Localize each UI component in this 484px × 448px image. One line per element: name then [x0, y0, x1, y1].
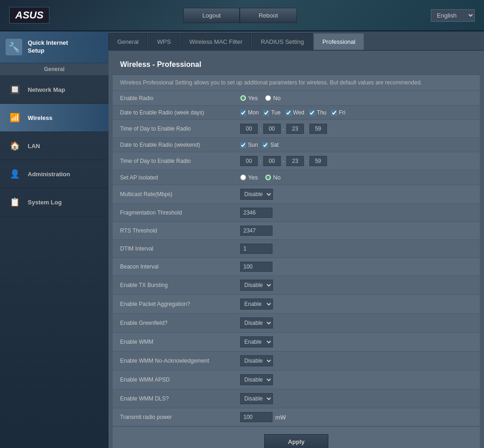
row-time-weekend: Time of Day to Enable Radio : - :: [113, 152, 480, 170]
select-enable-wmm[interactable]: DisableEnable: [240, 336, 273, 347]
checkbox-thu[interactable]: Thu: [309, 109, 327, 116]
tab-wireless-mac-filter[interactable]: Wireless MAC Filter: [181, 33, 251, 50]
time-sep-3: :: [306, 125, 308, 132]
radio-input-no[interactable]: [265, 95, 271, 101]
header-buttons: Logout Reboot: [148, 8, 333, 23]
row-set-ap-isolated: Set AP Isolated Yes No: [113, 170, 480, 185]
logout-button[interactable]: Logout: [183, 8, 240, 23]
radio-no-enable-radio[interactable]: No: [265, 95, 281, 102]
select-enable-wmm-apsd[interactable]: DisableEnable: [240, 374, 273, 385]
content-inner: Wireless - Professional Wireless Profess…: [112, 54, 480, 448]
value-time-weekdays: : - :: [233, 120, 480, 138]
time-to-mm-weekdays[interactable]: [309, 124, 327, 134]
reboot-button[interactable]: Reboot: [240, 8, 297, 23]
select-enable-greenfield[interactable]: DisableEnable: [240, 317, 273, 329]
input-rts-threshold[interactable]: [240, 226, 272, 236]
time-group-weekend: : - :: [240, 156, 472, 166]
value-enable-radio: Yes No: [233, 91, 480, 106]
row-enable-greenfield: Enable Greenfield? DisableEnable: [113, 314, 480, 333]
sidebar-item-network-map[interactable]: 🔲 Network Map: [0, 76, 109, 104]
checkbox-tue[interactable]: Tue: [263, 109, 280, 116]
sidebar-item-wireless[interactable]: 📶 Wireless: [0, 104, 109, 132]
select-enable-packet-aggregation[interactable]: DisableEnable: [240, 299, 273, 310]
input-dtim-interval[interactable]: [240, 244, 272, 254]
value-enable-wmm: DisableEnable: [233, 333, 480, 352]
language-select[interactable]: English Chinese Japanese German: [431, 9, 475, 22]
label-fragmentation-threshold: Fragmentation Threshold: [113, 204, 233, 222]
wireless-icon: 📶: [7, 110, 22, 125]
time-sep-4: :: [260, 158, 261, 165]
sidebar-item-administration[interactable]: 👤 Administration: [0, 160, 109, 188]
checkbox-wed[interactable]: Wed: [285, 109, 304, 116]
radio-yes-ap-isolated[interactable]: Yes: [240, 174, 258, 181]
sidebar-label-network-map: Network Map: [28, 86, 65, 93]
row-transmit-radio-power: Transmit radio power mW: [113, 408, 480, 426]
time-sep-1: :: [260, 125, 261, 132]
row-enable-tx-bursting: Enable TX Bursting DisableEnable: [113, 276, 480, 295]
select-enable-wmm-dls[interactable]: DisableEnable: [240, 393, 273, 404]
time-to-hh-weekdays[interactable]: [286, 124, 304, 134]
checkbox-sat[interactable]: Sat: [262, 142, 278, 148]
quick-setup-label: Quick InternetSetup: [28, 39, 68, 55]
value-enable-packet-aggregation: DisableEnable: [233, 295, 480, 314]
checkbox-weekend: Sun Sat: [240, 142, 472, 148]
checkbox-fri[interactable]: Fri: [331, 109, 345, 116]
value-enable-wmm-dls: DisableEnable: [233, 389, 480, 408]
quick-setup-button[interactable]: 🔧 Quick InternetSetup: [0, 31, 109, 63]
tab-radius-setting[interactable]: RADIUS Setting: [252, 33, 313, 50]
label-set-ap-isolated: Set AP Isolated: [113, 170, 233, 185]
radio-ap-no[interactable]: [265, 174, 271, 180]
network-map-icon: 🔲: [7, 82, 22, 97]
apply-row: Apply: [113, 426, 480, 448]
label-enable-wmm-no-ack: Enable WMM No-Acknowledgement: [113, 352, 233, 370]
tab-wps[interactable]: WPS: [148, 33, 180, 50]
checkbox-mon[interactable]: Mon: [240, 109, 259, 116]
apply-button[interactable]: Apply: [264, 434, 328, 448]
radio-input-yes[interactable]: [240, 95, 246, 101]
time-from-hh-weekdays[interactable]: [240, 124, 258, 134]
label-date-weekdays: Date to Enable Radio (week days): [113, 106, 233, 120]
power-group: mW: [240, 412, 472, 422]
sidebar-label-system-log: System Log: [28, 199, 62, 206]
time-to-mm-weekend[interactable]: [309, 156, 327, 166]
sidebar-label-administration: Administration: [28, 171, 70, 178]
time-from-mm-weekdays[interactable]: [263, 124, 281, 134]
tab-professional[interactable]: Professional: [314, 33, 364, 50]
header: ASUS Logout Reboot English Chinese Japan…: [0, 0, 484, 31]
select-enable-wmm-no-ack[interactable]: DisableEnable: [240, 355, 273, 366]
time-sep-6: :: [306, 158, 308, 165]
select-enable-tx-bursting[interactable]: DisableEnable: [240, 280, 273, 291]
logo: ASUS: [9, 7, 49, 24]
radio-group-ap-isolated: Yes No: [240, 174, 472, 181]
label-enable-wmm-apsd: Enable WMM APSD: [113, 370, 233, 389]
value-fragmentation-threshold: [233, 204, 480, 222]
time-from-mm-weekend[interactable]: [263, 156, 281, 166]
input-fragmentation-threshold[interactable]: [240, 208, 272, 218]
value-date-weekdays: Mon Tue Wed Thu Fri: [233, 106, 480, 120]
time-sep-2: -: [283, 125, 284, 132]
row-date-weekend: Date to Enable Radio (weekend) Sun Sat: [113, 138, 480, 152]
checkbox-sun[interactable]: Sun: [240, 142, 258, 148]
value-set-ap-isolated: Yes No: [233, 170, 480, 185]
row-enable-wmm: Enable WMM DisableEnable: [113, 333, 480, 352]
select-multicast-rate[interactable]: Disable 125.5 6911 121824 364854: [240, 189, 273, 200]
input-beacon-interval[interactable]: [240, 262, 272, 272]
row-enable-wmm-apsd: Enable WMM APSD DisableEnable: [113, 370, 480, 389]
administration-icon: 👤: [7, 167, 22, 181]
input-transmit-radio-power[interactable]: [240, 412, 272, 422]
content-area: General WPS Wireless MAC Filter RADIUS S…: [109, 31, 484, 448]
value-enable-wmm-apsd: DisableEnable: [233, 370, 480, 389]
tab-general[interactable]: General: [109, 33, 147, 50]
radio-no-ap-isolated[interactable]: No: [265, 174, 281, 181]
system-log-icon: 📋: [7, 195, 22, 209]
label-enable-radio: Enable Radio: [113, 91, 233, 106]
radio-ap-yes[interactable]: [240, 174, 246, 180]
power-unit: mW: [275, 414, 286, 421]
time-to-hh-weekend[interactable]: [286, 156, 304, 166]
time-from-hh-weekend[interactable]: [240, 156, 258, 166]
sidebar-item-system-log[interactable]: 📋 System Log: [0, 188, 109, 216]
sidebar-item-lan[interactable]: 🏠 LAN: [0, 132, 109, 160]
label-enable-packet-aggregation: Enable Packet Aggregation?: [113, 295, 233, 314]
value-date-weekend: Sun Sat: [233, 138, 480, 152]
radio-yes-enable-radio[interactable]: Yes: [240, 95, 258, 102]
